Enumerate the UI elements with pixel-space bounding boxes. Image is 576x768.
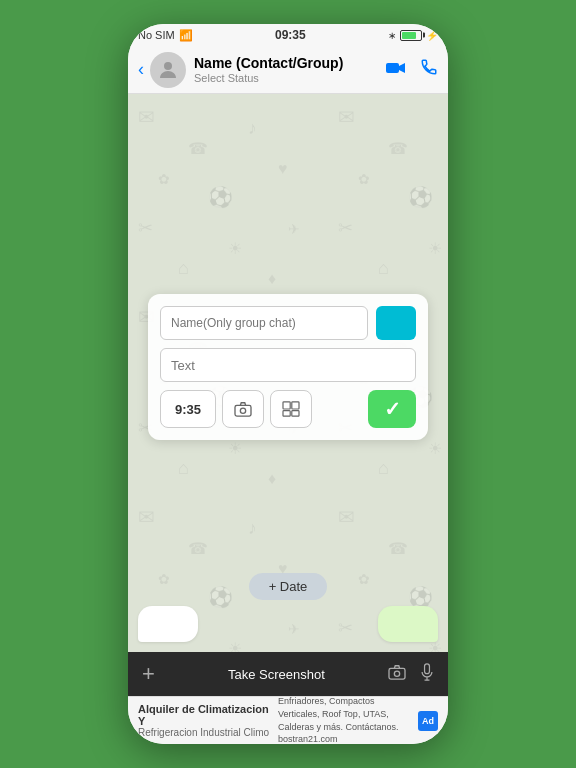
time-display: 09:35 — [275, 28, 306, 42]
video-call-button[interactable] — [386, 59, 406, 80]
ad-banner: Alquiler de Climatizacion Y Refrigeracio… — [128, 696, 448, 744]
contact-status: Select Status — [194, 72, 386, 84]
gallery-button[interactable] — [270, 390, 312, 428]
nav-bar: ‹ Name (Contact/Group) Select Status — [128, 46, 448, 94]
date-btn-row: + Date — [128, 573, 448, 600]
status-right: ∗ ⚡ — [388, 30, 438, 41]
ad-badge[interactable]: Ad — [418, 711, 438, 731]
svg-rect-7 — [283, 411, 290, 417]
svg-point-0 — [164, 62, 172, 70]
battery-fill — [402, 32, 416, 39]
svg-point-10 — [394, 671, 399, 676]
compose-row-actions: 9:35 ✓ — [160, 390, 416, 428]
carrier-label: No SIM — [138, 29, 175, 41]
checkmark-icon: ✓ — [384, 397, 401, 421]
time-button[interactable]: 9:35 — [160, 390, 216, 428]
ad-left: Alquiler de Climatizacion Y Refrigeracio… — [138, 703, 272, 738]
compose-row-name — [160, 306, 416, 340]
avatar-icon — [156, 58, 180, 82]
camera-button[interactable] — [222, 390, 264, 428]
add-button[interactable]: + — [142, 661, 155, 687]
svg-rect-8 — [292, 411, 299, 417]
wifi-icon: 📶 — [179, 29, 193, 42]
status-bar: No SIM 📶 09:35 ∗ ⚡ — [128, 24, 448, 46]
microphone-icon — [420, 663, 434, 681]
nav-actions — [386, 58, 438, 81]
camera-icon — [388, 664, 406, 680]
bottom-toolbar: + Take Screenshot — [128, 652, 448, 696]
microphone-button[interactable] — [420, 663, 434, 686]
battery-icon — [400, 30, 422, 41]
svg-rect-9 — [389, 668, 405, 679]
bubble-right — [378, 606, 438, 642]
contact-info: Name (Contact/Group) Select Status — [194, 55, 386, 84]
svg-rect-6 — [292, 402, 299, 409]
gallery-icon — [282, 401, 300, 417]
phone-icon — [420, 58, 438, 76]
svg-marker-2 — [399, 63, 405, 73]
name-input[interactable] — [160, 306, 368, 340]
bubble-area — [128, 606, 448, 642]
bluetooth-icon: ∗ — [388, 30, 396, 41]
ad-title: Alquiler de Climatizacion Y — [138, 703, 272, 727]
status-left: No SIM 📶 — [138, 29, 193, 42]
color-button[interactable] — [376, 306, 416, 340]
date-button[interactable]: + Date — [249, 573, 328, 600]
svg-rect-5 — [283, 402, 290, 409]
chat-area: 9:35 ✓ — [128, 94, 448, 652]
charging-icon: ⚡ — [426, 30, 438, 41]
back-button[interactable]: ‹ — [138, 59, 144, 80]
bubble-left — [138, 606, 198, 642]
ad-text: Enfriadores, Compactos Verticales, Roof … — [278, 695, 412, 744]
contact-name: Name (Contact/Group) — [194, 55, 386, 72]
avatar — [150, 52, 186, 88]
svg-point-4 — [240, 408, 245, 413]
svg-rect-11 — [425, 663, 430, 673]
phone-frame: No SIM 📶 09:35 ∗ ⚡ ‹ Name (Contact/Group… — [128, 24, 448, 744]
video-icon — [386, 61, 406, 75]
screenshot-label: Take Screenshot — [165, 667, 388, 682]
ad-subtitle: Refrigeracion Industrial Climo — [138, 727, 272, 738]
toolbar-camera-icon[interactable] — [388, 664, 406, 685]
text-input[interactable] — [160, 348, 416, 382]
svg-rect-3 — [235, 405, 251, 416]
voice-call-button[interactable] — [420, 58, 438, 81]
camera-icon — [234, 401, 252, 417]
svg-rect-1 — [386, 63, 399, 73]
compose-card: 9:35 ✓ — [148, 294, 428, 440]
send-button[interactable]: ✓ — [368, 390, 416, 428]
